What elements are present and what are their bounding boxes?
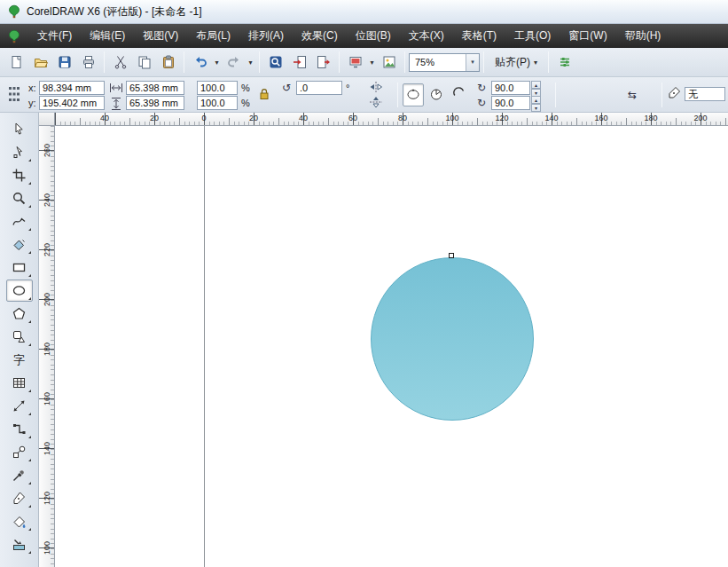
save-icon <box>58 55 72 69</box>
hruler-label: 60 <box>342 114 364 122</box>
outline-width-select[interactable]: 无 <box>685 87 725 101</box>
import-button[interactable] <box>287 51 311 75</box>
toolbar-separator <box>339 51 340 73</box>
menu-item-window[interactable]: 窗口(W) <box>560 24 615 48</box>
options-icon <box>558 55 572 69</box>
start-angle-input[interactable]: 90.0 <box>491 81 530 95</box>
snap-to-label: 贴齐(P) <box>495 55 530 70</box>
start-angle-spinner[interactable]: ▴ ▾ <box>531 81 541 95</box>
end-angle-input[interactable]: 90.0 <box>491 96 530 110</box>
y-position-input[interactable]: 195.402 mm <box>39 96 105 110</box>
straight-line-connector-tool-icon <box>12 421 27 437</box>
copy-button[interactable] <box>132 51 156 75</box>
object-width-input[interactable]: 65.398 mm <box>126 81 184 95</box>
blend-tool[interactable] <box>6 441 33 463</box>
end-angle-spin-down-icon[interactable]: ▾ <box>531 104 541 112</box>
start-angle-spin-up-icon[interactable]: ▴ <box>531 81 541 89</box>
parallel-dimension-tool[interactable] <box>6 395 33 417</box>
save-button[interactable] <box>52 51 76 75</box>
menu-item-arrange[interactable]: 排列(A) <box>239 24 293 48</box>
vruler-label: 260 <box>41 140 54 161</box>
text-tool[interactable]: 字 <box>6 349 33 371</box>
mirror-vertical-button[interactable] <box>365 95 387 110</box>
snap-to-button[interactable]: 贴齐(P) ▾ <box>488 52 544 73</box>
arc-mode-button[interactable] <box>449 83 470 106</box>
menu-item-table[interactable]: 表格(T) <box>453 24 505 48</box>
object-height-input[interactable]: 65.398 mm <box>126 96 184 110</box>
smart-fill-tool[interactable] <box>6 233 33 256</box>
polygon-tool[interactable] <box>6 303 33 325</box>
hruler-label: 120 <box>491 114 513 122</box>
cut-button[interactable] <box>108 51 132 75</box>
ellipse-mode-button[interactable] <box>403 83 424 106</box>
copy-icon <box>137 55 152 69</box>
menu-item-tools[interactable]: 工具(O) <box>505 24 560 48</box>
freehand-tool[interactable] <box>6 210 33 232</box>
application-launcher-button[interactable] <box>343 51 367 75</box>
scale-x-input[interactable]: 100.0 <box>197 81 238 95</box>
vertical-ruler[interactable]: 260 240 220 200 180 160 140 120 100 <box>39 126 55 567</box>
lock-ratio-button[interactable] <box>255 85 273 105</box>
menubar-logo-icon[interactable] <box>0 24 28 48</box>
toolbar-separator <box>184 51 184 73</box>
object-origin-button[interactable] <box>5 83 23 106</box>
new-document-button[interactable] <box>4 51 28 75</box>
menu-item-text[interactable]: 文本(X) <box>400 24 453 48</box>
menu-item-edit[interactable]: 编辑(E) <box>81 24 134 48</box>
hruler-label: 20 <box>144 114 165 122</box>
export-button[interactable] <box>311 51 335 75</box>
menu-item-bitmaps[interactable]: 位图(B) <box>347 24 400 48</box>
mirror-horizontal-button[interactable] <box>365 80 387 95</box>
search-content-button[interactable] <box>263 51 287 75</box>
end-angle-spinner[interactable]: ▴ ▾ <box>531 96 541 110</box>
drawn-ellipse[interactable] <box>371 257 534 421</box>
undo-button[interactable] <box>188 51 212 75</box>
drawing-canvas[interactable] <box>55 126 728 567</box>
title-bar: CorelDRAW X6 (评估版) - [未命名 -1] <box>0 0 728 24</box>
propbar-separator <box>661 83 662 107</box>
zoom-tool[interactable] <box>6 187 33 209</box>
pick-tool[interactable] <box>6 118 33 140</box>
property-bar: x: 98.394 mm y: 195.402 mm 65.398 mm 65.… <box>0 77 728 113</box>
undo-dropdown-icon[interactable]: ▾ <box>212 51 222 75</box>
redo-icon <box>227 55 241 69</box>
zoom-level-combo[interactable]: 75% ▾ <box>409 53 480 72</box>
interactive-fill-tool[interactable] <box>6 533 33 555</box>
scale-y-input[interactable]: 100.0 <box>197 96 238 110</box>
x-position-input[interactable]: 98.394 mm <box>39 81 105 95</box>
rectangle-tool[interactable] <box>6 256 33 279</box>
crop-tool[interactable] <box>6 164 33 186</box>
shape-tool[interactable] <box>6 141 33 163</box>
zoom-tool-icon <box>12 191 27 206</box>
color-eyedropper-tool[interactable] <box>6 464 33 486</box>
rotation-angle-input[interactable]: .0 <box>296 81 342 95</box>
options-button[interactable] <box>552 51 576 75</box>
menu-item-help[interactable]: 帮助(H) <box>616 24 670 48</box>
straight-line-connector-tool[interactable] <box>6 418 33 440</box>
paste-button[interactable] <box>156 51 180 75</box>
menu-item-effects[interactable]: 效果(C) <box>293 24 347 48</box>
ruler-origin-button[interactable] <box>39 113 55 126</box>
menu-item-view[interactable]: 视图(V) <box>134 24 187 48</box>
fill-tool[interactable] <box>6 510 33 532</box>
menu-item-file[interactable]: 文件(F) <box>28 24 81 48</box>
vruler-label: 120 <box>41 488 54 509</box>
menu-item-layout[interactable]: 布局(L) <box>187 24 239 48</box>
ellipse-start-node[interactable] <box>449 253 454 258</box>
change-direction-button[interactable]: ⇆ <box>621 84 644 106</box>
open-button[interactable] <box>28 51 52 75</box>
basic-shapes-tool[interactable] <box>6 326 33 348</box>
change-direction-icon: ⇆ <box>628 90 637 100</box>
redo-button[interactable] <box>222 51 246 75</box>
outline-pen-tool[interactable] <box>6 487 33 509</box>
print-button[interactable] <box>76 51 100 75</box>
ellipse-tool[interactable] <box>6 280 33 302</box>
pie-mode-button[interactable] <box>426 83 447 106</box>
redo-dropdown-icon[interactable]: ▾ <box>246 51 255 75</box>
application-launcher-dropdown-icon[interactable]: ▾ <box>367 51 377 75</box>
welcome-screen-button[interactable] <box>377 51 401 75</box>
horizontal-ruler[interactable]: 40 20 0 20 40 60 80 100 120 140 160 180 … <box>55 113 728 126</box>
end-angle-spin-up-icon[interactable]: ▴ <box>531 96 541 104</box>
zoom-dropdown-icon[interactable]: ▾ <box>466 54 479 71</box>
table-tool[interactable] <box>6 372 33 394</box>
